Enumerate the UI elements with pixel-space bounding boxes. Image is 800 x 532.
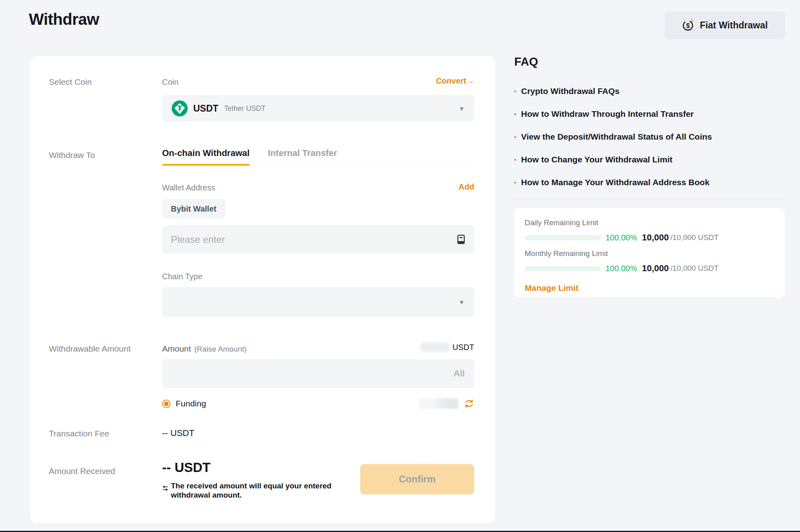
address-book-icon[interactable] <box>457 234 465 245</box>
bullet-icon <box>514 136 516 138</box>
withdrawable-amount-label: Withdrawable Amount <box>49 344 130 354</box>
faq-link-internal-transfer[interactable]: How to Withdraw Through Internal Transfe… <box>514 109 784 119</box>
convert-link[interactable]: Convert→ <box>436 76 474 86</box>
amount-input[interactable] <box>172 368 453 379</box>
amount-field: All <box>162 359 474 388</box>
daily-limit-total: /10,000 USDT <box>670 233 718 242</box>
convert-label: Convert <box>436 76 466 85</box>
arrow-right-icon: → <box>466 76 474 85</box>
fiat-withdrawal-label: Fiat Withdrawal <box>700 20 768 31</box>
faq-link-deposit-withdrawal-status[interactable]: View the Deposit/Withdrawal Status of Al… <box>514 132 784 142</box>
coin-field-label: Coin <box>162 78 178 87</box>
monthly-limit-percent: 100.00% <box>606 264 637 273</box>
funding-radio[interactable] <box>162 400 170 408</box>
faq-link-text: Crypto Withdrawal FAQs <box>521 86 620 96</box>
select-coin-label: Select Coin <box>49 77 92 87</box>
chain-type-label: Chain Type <box>162 272 203 281</box>
received-note: The received amount will equal your ente… <box>162 482 353 500</box>
confirm-button[interactable]: Confirm <box>360 464 474 494</box>
tab-onchain-withdrawal[interactable]: On-chain Withdrawal <box>162 148 250 165</box>
bybit-wallet-chip[interactable]: Bybit Wallet <box>162 199 225 218</box>
divider <box>514 199 784 199</box>
faq-link-text: How to Change Your Withdrawal Limit <box>521 155 672 164</box>
transfer-refresh-icon[interactable] <box>464 398 474 409</box>
daily-limit-progressbar <box>525 235 601 240</box>
daily-limit-percent: 100.00% <box>606 233 637 242</box>
tab-internal-transfer[interactable]: Internal Transfer <box>268 148 337 165</box>
transaction-fee-value: -- USDT <box>162 428 194 438</box>
withdrawal-limits-card: Daily Remaining Limit 100.00% 10,000 /10… <box>514 208 784 298</box>
daily-limit-remaining: 10,000 <box>642 232 669 243</box>
coin-symbol: USDT <box>193 103 219 114</box>
faq-link-text: How to Withdraw Through Internal Transfe… <box>521 109 694 119</box>
amount-received-label: Amount Received <box>49 466 115 476</box>
coin-fullname: Tether USDT <box>224 104 266 113</box>
faq-title: FAQ <box>514 55 538 68</box>
bullet-icon <box>514 90 516 92</box>
faq-link-text: View the Deposit/Withdrawal Status of Al… <box>521 132 712 142</box>
faq-link-manage-address-book[interactable]: How to Manage Your Withdrawal Address Bo… <box>514 178 784 187</box>
coin-selector[interactable]: ₮ USDT Tether USDT ▼ <box>162 95 474 122</box>
balance-currency: USDT <box>453 343 474 352</box>
page-title: Withdraw <box>29 10 99 28</box>
monthly-limit-remaining: 10,000 <box>642 263 669 274</box>
chevron-down-icon: ▼ <box>459 105 465 112</box>
daily-limit-row: 100.00% 10,000 /10,000 USDT <box>525 232 774 243</box>
chain-type-selector[interactable]: ▼ <box>162 287 474 317</box>
dollar-circle-plus-icon: $ + <box>682 19 695 32</box>
bullet-icon <box>514 159 516 161</box>
withdraw-method-tabs: On-chain Withdrawal Internal Transfer <box>162 148 474 165</box>
withdrawable-balance: USDT <box>421 342 474 352</box>
usdt-coin-icon: ₮ <box>172 100 188 116</box>
chevron-down-icon: ▼ <box>459 299 465 306</box>
funding-account-row: Funding <box>162 398 474 410</box>
monthly-limit-progressbar <box>525 266 601 271</box>
faq-link-crypto-withdrawal-faqs[interactable]: Crypto Withdrawal FAQs <box>514 86 784 96</box>
withdraw-to-label: Withdraw To <box>49 150 95 160</box>
amount-label: Amount <box>162 344 191 354</box>
transaction-fee-label: Transaction Fee <box>49 429 109 438</box>
faq-list: Crypto Withdrawal FAQs How to Withdraw T… <box>514 86 784 200</box>
swap-arrows-icon <box>162 485 168 500</box>
raise-amount-sublabel: (Raise Amount) <box>194 345 247 354</box>
redacted-funding-balance <box>420 398 458 409</box>
add-address-link[interactable]: Add <box>459 182 474 192</box>
withdraw-form-card: Select Coin Coin Convert→ ₮ USDT Tether … <box>30 56 495 523</box>
faq-link-change-withdrawal-limit[interactable]: How to Change Your Withdrawal Limit <box>514 155 784 164</box>
received-note-text: The received amount will equal your ente… <box>171 482 353 500</box>
bullet-icon <box>514 182 516 184</box>
fiat-withdrawal-button[interactable]: $ + Fiat Withdrawal <box>664 11 785 39</box>
svg-text:$: $ <box>686 22 690 29</box>
svg-text:+: + <box>690 19 694 24</box>
svg-text:₮: ₮ <box>177 104 182 112</box>
funding-label: Funding <box>176 399 206 408</box>
monthly-limit-row: 100.00% 10,000 /10,000 USDT <box>525 263 774 274</box>
all-button[interactable]: All <box>453 368 465 379</box>
amount-field-label: Amount (Raise Amount) <box>162 344 247 354</box>
amount-received-value: -- USDT <box>162 460 211 475</box>
manage-limit-link[interactable]: Manage Limit <box>525 283 578 293</box>
wallet-address-field <box>162 226 474 254</box>
monthly-limit-total: /10,000 USDT <box>670 264 718 273</box>
redacted-balance-value <box>421 342 449 352</box>
monthly-limit-label: Monthly Remaining Limit <box>525 249 774 258</box>
wallet-address-label: Wallet Address <box>162 183 215 192</box>
wallet-address-input[interactable] <box>171 234 457 245</box>
daily-limit-label: Daily Remaining Limit <box>525 218 774 227</box>
bullet-icon <box>514 113 516 115</box>
faq-link-text: How to Manage Your Withdrawal Address Bo… <box>521 178 710 187</box>
